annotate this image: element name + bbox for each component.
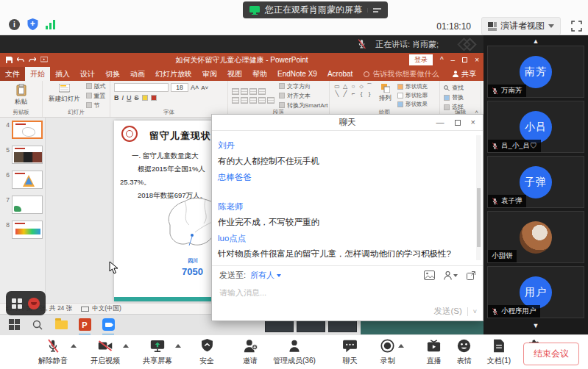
tab-home[interactable]: 开始: [25, 67, 50, 81]
tab-file[interactable]: 文件: [0, 67, 25, 81]
invite-button[interactable]: 邀请: [243, 339, 258, 366]
scroll-up-icon[interactable]: ▲: [487, 37, 584, 46]
font-color-icon[interactable]: [151, 95, 157, 101]
ribbon-display-icon[interactable]: ^: [440, 57, 444, 64]
caret-up-icon[interactable]: [123, 344, 129, 348]
participant-tile[interactable]: 小甜饼: [487, 211, 584, 263]
tab-review[interactable]: 审阅: [197, 67, 222, 81]
start-button[interactable]: [7, 318, 21, 332]
record-button[interactable]: 录制: [380, 339, 395, 366]
replace-button[interactable]: 替换: [444, 93, 477, 101]
font-name-box[interactable]: [114, 83, 169, 92]
align-left-icon[interactable]: [232, 97, 239, 104]
restore-icon[interactable]: [462, 57, 467, 62]
security-button[interactable]: 安全: [199, 339, 214, 366]
taskbar-search-button[interactable]: [31, 318, 44, 332]
align-right-icon[interactable]: [249, 97, 257, 104]
live-stream-button[interactable]: 直播: [427, 339, 442, 366]
chat-button[interactable]: 聊天: [343, 339, 358, 366]
chat-maximize-icon[interactable]: [455, 120, 461, 126]
slideshow-icon[interactable]: [40, 57, 48, 63]
italic-button[interactable]: I: [122, 94, 124, 101]
manage-members-button[interactable]: 管理成员(36): [273, 339, 316, 366]
chat-minimize-icon[interactable]: —: [436, 118, 444, 126]
paste-button[interactable]: 粘贴: [4, 83, 38, 107]
tab-endnote[interactable]: EndNote X9: [272, 67, 322, 81]
meeting-info-icon[interactable]: i: [9, 19, 20, 30]
share-screen-button[interactable]: 共享屏幕: [143, 339, 172, 366]
text-direction-button[interactable]: 文字方向: [279, 82, 328, 90]
chat-titlebar[interactable]: 聊天 — ×: [212, 115, 483, 131]
minimize-icon[interactable]: –: [451, 57, 456, 64]
mention-member-button[interactable]: [444, 271, 458, 280]
underline-button[interactable]: U: [127, 94, 132, 101]
bold-button[interactable]: B: [114, 94, 119, 101]
tab-design[interactable]: 设计: [75, 67, 100, 81]
numbering-icon[interactable]: [241, 88, 248, 95]
tab-transitions[interactable]: 切换: [100, 67, 125, 81]
layout-button[interactable]: 版式: [86, 82, 106, 90]
participant-tile[interactable]: 南芳 万南芳: [487, 46, 584, 98]
chat-input[interactable]: [212, 284, 483, 305]
emoji-button[interactable]: 表情: [457, 339, 472, 366]
justify-icon[interactable]: [258, 97, 266, 104]
tab-animations[interactable]: 动画: [125, 67, 150, 81]
taskbar-powerpoint-button[interactable]: P: [78, 318, 91, 332]
slide-thumbnail[interactable]: 7: [3, 196, 45, 214]
save-icon[interactable]: [6, 57, 13, 63]
shape-effects-button[interactable]: 形状效果: [397, 101, 428, 108]
end-meeting-button[interactable]: 结束会议: [523, 343, 579, 365]
participant-tile[interactable]: 小吕 吕_小_吕♡: [487, 101, 584, 153]
fullscreen-icon[interactable]: [571, 21, 582, 32]
sendto-selector[interactable]: 所有人: [250, 270, 281, 281]
send-options-icon[interactable]: ˅: [473, 308, 477, 315]
caret-up-icon[interactable]: [71, 344, 77, 348]
ppt-share-button[interactable]: 共享: [453, 69, 483, 79]
chat-close-icon[interactable]: ×: [471, 118, 475, 126]
taskbar-meeting-button[interactable]: [102, 318, 115, 332]
slide-thumbnail[interactable]: 4: [3, 121, 45, 139]
caret-up-icon[interactable]: [175, 344, 181, 348]
shapes-gallery[interactable]: ▭△○⬦⌒ ╲╱⌐{}: [333, 83, 373, 108]
tell-me-box[interactable]: 告诉我你想要做什么: [358, 69, 444, 79]
strikethrough-button[interactable]: S: [135, 94, 139, 101]
network-signal-icon[interactable]: [46, 20, 55, 29]
caret-up-icon[interactable]: [398, 344, 404, 348]
slide-thumbnail[interactable]: 8: [3, 221, 45, 239]
shield-protect-icon[interactable]: [27, 18, 38, 30]
banner-menu-icon[interactable]: [367, 8, 381, 12]
slide-thumbnail[interactable]: 6: [3, 171, 45, 189]
start-video-button[interactable]: 开启视频: [91, 339, 120, 366]
language-indicator[interactable]: 中文(中国): [81, 304, 121, 313]
scroll-down-icon[interactable]: ▼: [487, 321, 584, 330]
slide-thumbnail[interactable]: 5: [3, 146, 45, 164]
align-center-icon[interactable]: [241, 97, 248, 104]
section-button[interactable]: 节: [86, 101, 106, 110]
reset-button[interactable]: 重置: [86, 92, 106, 100]
send-image-icon[interactable]: [424, 271, 435, 280]
shape-outline-button[interactable]: 形状轮廓: [397, 92, 428, 99]
view-mode-selector[interactable]: 演讲者视图: [481, 17, 561, 35]
chat-scrollbar[interactable]: [476, 135, 481, 260]
participant-tile[interactable]: 用户 小程序用户: [487, 266, 584, 318]
chat-message-list[interactable]: 刘丹 有的大人都控制不住玩手机 忠棒爸爸 陈老师 作业完不成，不写较严重的 lu…: [212, 131, 483, 265]
grow-font-button[interactable]: A˄: [191, 84, 199, 91]
floating-mini-toolbar[interactable]: [6, 291, 46, 315]
participant-tile[interactable]: 子弹 袁子弹: [487, 156, 584, 208]
undo-icon[interactable]: [17, 57, 24, 63]
shape-fill-button[interactable]: 形状填充: [397, 83, 428, 90]
unmute-button[interactable]: 解除静音: [38, 339, 68, 366]
taskbar-explorer-button[interactable]: [54, 318, 68, 332]
indent-increase-icon[interactable]: [258, 88, 266, 95]
ppt-signin-button[interactable]: 登录: [409, 54, 433, 65]
docs-button[interactable]: 文档(1): [487, 339, 511, 366]
tab-acrobat[interactable]: Acrobat: [322, 67, 358, 81]
redo-icon[interactable]: [29, 57, 36, 63]
bullets-icon[interactable]: [232, 88, 239, 95]
tab-insert[interactable]: 插入: [50, 67, 75, 81]
new-slide-button[interactable]: 新建幻灯片: [46, 83, 82, 108]
shrink-font-button[interactable]: A˅: [201, 85, 208, 91]
align-text-button[interactable]: 对齐文本: [279, 92, 328, 100]
highlight-color-icon[interactable]: [142, 95, 148, 101]
tab-help[interactable]: 帮助: [247, 67, 272, 81]
